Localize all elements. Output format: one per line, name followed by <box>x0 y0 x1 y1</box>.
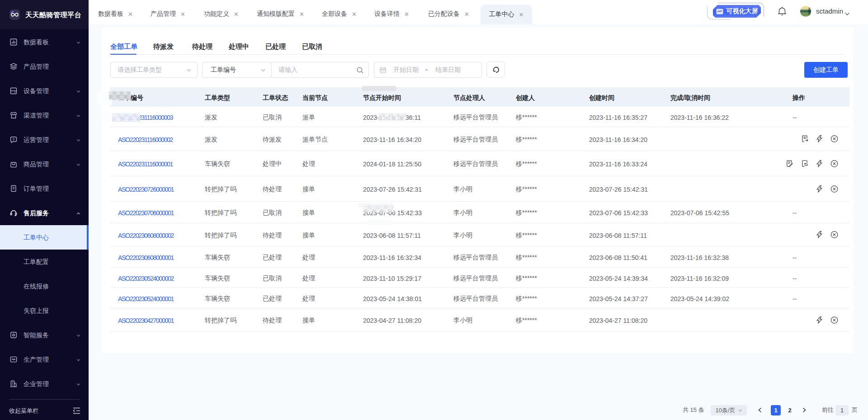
svg-text:?: ? <box>13 137 15 142</box>
